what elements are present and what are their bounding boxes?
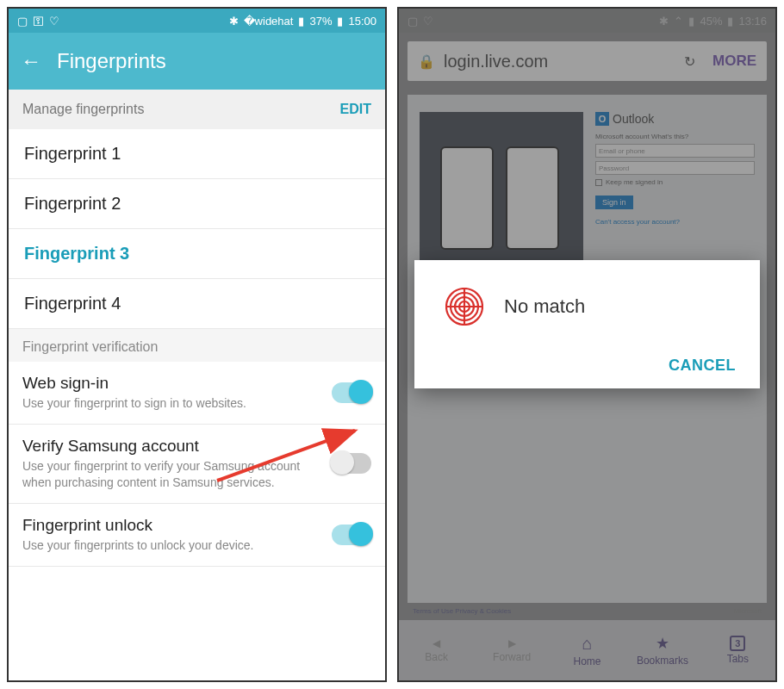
signal-icon: ▮ <box>298 15 304 28</box>
web-signin-title: Web sign-in <box>22 374 332 393</box>
web-signin-desc: Use your fingerprint to sign in to websi… <box>22 395 332 412</box>
clock-text: 15:00 <box>348 15 376 28</box>
battery-text: 37% <box>309 15 332 28</box>
fingerprint-item-3[interactable]: Fingerprint 3 <box>9 229 385 279</box>
web-signin-setting[interactable]: Web sign-in Use your fingerprint to sign… <box>9 362 385 425</box>
verify-samsung-toggle[interactable] <box>332 453 371 474</box>
dialog-message: No match <box>504 295 585 318</box>
shield-icon: ♡ <box>49 15 59 28</box>
wifi-icon: �widehat <box>244 15 294 28</box>
fingerprint-icon <box>445 288 483 326</box>
back-arrow-icon[interactable]: ← <box>21 49 41 73</box>
edit-button[interactable]: EDIT <box>340 102 371 117</box>
browser-screen: ▢ ♡ ✱ ⌃ ▮ 45% ▮ 13:16 🔒 login.live.com ↻… <box>397 7 777 682</box>
manage-label: Manage fingerprints <box>22 102 144 117</box>
battery-icon: ▮ <box>337 15 343 28</box>
key-icon: ⚿ <box>33 15 44 28</box>
verify-samsung-desc: Use your fingerprint to verify your Sams… <box>22 458 332 491</box>
manage-section-header: Manage fingerprints EDIT <box>9 90 385 129</box>
cancel-button[interactable]: CANCEL <box>669 357 736 375</box>
verification-section-header: Fingerprint verification <box>9 329 385 362</box>
image-icon: ▢ <box>17 15 28 28</box>
verify-samsung-setting[interactable]: Verify Samsung account Use your fingerpr… <box>9 425 385 504</box>
fingerprint-item-2[interactable]: Fingerprint 2 <box>9 179 385 229</box>
fingerprint-unlock-setting[interactable]: Fingerprint unlock Use your fingerprints… <box>9 504 385 567</box>
fingerprint-item-4[interactable]: Fingerprint 4 <box>9 279 385 329</box>
fingerprints-settings-screen: ▢ ⚿ ♡ ✱ �widehat ▮ 37% ▮ 15:00 ← Fingerp… <box>7 7 387 682</box>
unlock-title: Fingerprint unlock <box>22 516 332 535</box>
web-signin-toggle[interactable] <box>332 382 371 403</box>
fingerprint-unlock-toggle[interactable] <box>332 525 371 545</box>
fingerprint-item-1[interactable]: Fingerprint 1 <box>9 129 385 179</box>
verify-samsung-title: Verify Samsung account <box>22 437 332 456</box>
unlock-desc: Use your fingerprints to unlock your dev… <box>22 537 332 554</box>
status-bar: ▢ ⚿ ♡ ✱ �widehat ▮ 37% ▮ 15:00 <box>9 9 385 33</box>
page-title: Fingerprints <box>57 49 166 73</box>
bluetooth-icon: ✱ <box>229 15 239 28</box>
app-header: ← Fingerprints <box>9 33 385 90</box>
fingerprint-dialog: No match CANCEL <box>414 260 760 388</box>
